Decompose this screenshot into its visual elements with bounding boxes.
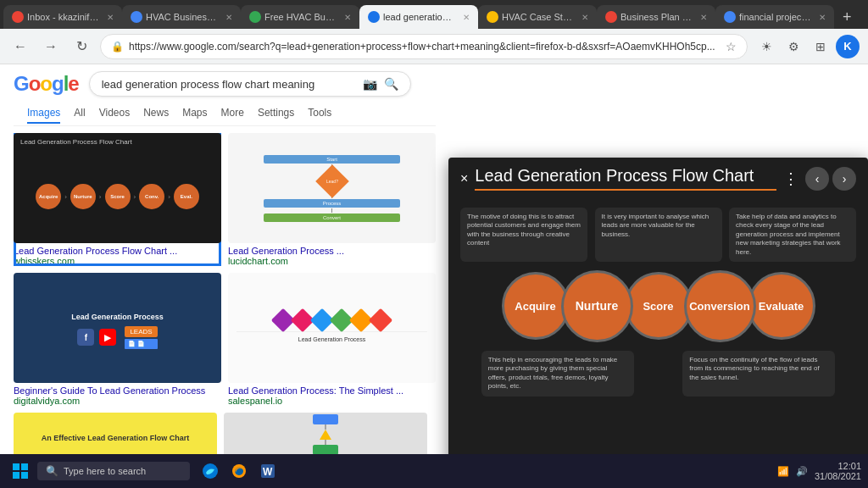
image-card-2[interactable]: Start Lead? Process Convert Lead Generat… [228,133,436,266]
user-avatar[interactable]: K [836,35,860,58]
modal-next-button[interactable]: › [832,167,856,191]
tab-bar: Inbox - kkazinif@g... ✕ HVAC Business Pl… [0,0,868,29]
tab-new[interactable]: + [834,5,860,29]
image-thumb-3: Lead Generation Process f ▶ LEADS 📄📄 [14,273,221,383]
modal-header: × Lead Generation Process Flow Chart ⋮ ‹… [448,158,868,199]
taskbar-volume-icon: 🔊 [796,466,808,477]
circle-conversion: Conv. [139,184,164,209]
text-box-encourage: This help in encouraging the leads to ma… [481,351,634,396]
circle-evaluate-main: Evaluate [748,272,815,340]
tab-settings[interactable]: Settings [258,103,294,124]
modal-nav-buttons: ‹ › [805,167,856,191]
taskbar-app-edge[interactable] [197,458,224,485]
tab-close[interactable]: ✕ [819,13,826,22]
start-button[interactable] [7,458,34,485]
modal-close-button[interactable]: × [460,171,468,186]
reload-button[interactable]: ↻ [70,35,93,58]
taskbar-date-display: 31/08/2021 [815,471,861,481]
search-icon-taskbar: 🔍 [46,465,58,477]
tab-videos[interactable]: Videos [99,103,130,124]
tab-close[interactable]: ✕ [225,13,232,22]
text-boxes-bottom: This help in encouraging the leads to ma… [460,351,856,396]
image-label-3: Beginner's Guide To Lead Generation Proc… [14,385,221,396]
address-text: https://www.google.com/search?q=lead+gen… [129,41,721,53]
image-label-2: Lead Generation Process ... [228,246,436,256]
image-card-1[interactable]: Lead Generation Process Flow Chart Acqui… [14,133,221,266]
taskbar-app-word[interactable]: W [254,458,281,485]
image-source-3: digitalvidya.com [14,396,221,406]
sun-icon[interactable]: ☀ [754,35,778,58]
flow-chart-content: The motive of doing this is to attract p… [448,199,868,487]
star-icon[interactable]: ☆ [726,40,737,53]
windows-logo [12,463,29,480]
tab-hvac-case[interactable]: HVAC Case Study: l... ✕ [478,5,597,29]
tab-lead-gen[interactable]: lead generation pro... ✕ [359,5,478,29]
tab-favicon [249,11,261,23]
tab-favicon [368,11,380,23]
settings-icon[interactable]: ⚙ [782,35,805,58]
circle-nurture-main: Nurture [561,270,633,342]
tab-news[interactable]: News [143,103,169,124]
leads-badge: LEADS [125,326,157,337]
tab-inbox[interactable]: Inbox - kkazinif@g... ✕ [3,5,122,29]
taskbar-search-box[interactable]: 🔍 Type here to search [37,462,190,480]
grid-icon[interactable]: ⊞ [809,35,832,58]
tab-label: lead generation pro... [383,12,456,22]
svg-marker-2 [320,430,331,440]
svg-rect-7 [13,463,19,470]
tab-favicon [12,11,24,23]
taskbar: 🔍 Type here to search W 📶 🔊 [0,454,868,488]
search-tabs: Images All Videos News Maps More Setting… [14,102,436,126]
image-source-4: salespanel.io [228,396,436,406]
nav-bar: ← → ↻ 🔒 https://www.google.com/search?q=… [0,29,868,64]
tab-biz-plan[interactable]: Business Plan for a... ✕ [597,5,715,29]
tab-images[interactable]: Images [27,103,60,124]
circle-acquire-main: Acquire [502,272,570,340]
svg-rect-0 [313,414,338,424]
tab-hvac[interactable]: HVAC Business Pla... ✕ [122,5,241,29]
card4-subtitle: Lead Generation Process [297,335,367,344]
circle-nurture: Nurture [70,184,96,209]
taskbar-app-firefox[interactable] [225,458,253,485]
modal-title: Lead Generation Process Flow Chart [475,166,776,191]
facebook-icon: f [77,329,94,346]
red-diamond [369,308,392,332]
image-thumb-4: Lead Generation Process [228,273,436,383]
taskbar-time-display: 12:01 [815,461,861,471]
youtube-icon: ▶ [99,329,116,346]
address-bar[interactable]: 🔒 https://www.google.com/search?q=lead+g… [100,34,748,59]
back-button[interactable]: ← [8,35,32,58]
search-box[interactable]: lead generation process flow chart meani… [89,71,411,97]
img1-title: Lead Generation Process Flow Chart [20,138,132,146]
tab-free-hvac[interactable]: Free HVAC Busines... ✕ [241,5,359,29]
image-card-3[interactable]: Lead Generation Process f ▶ LEADS 📄📄 [14,273,221,406]
tab-close[interactable]: ✕ [463,13,470,22]
image-source-1: whisskers.com [14,256,221,266]
tab-all[interactable]: All [74,103,85,124]
image-card-4[interactable]: Lead Generation Process Lead Generation … [228,273,436,406]
search-camera-icon[interactable]: 📷 [363,77,377,91]
tab-close[interactable]: ✕ [107,13,114,22]
tab-financial[interactable]: financial projection ... ✕ [715,5,834,29]
modal-more-button[interactable]: ⋮ [783,169,798,188]
tab-more[interactable]: More [221,103,244,124]
image-label-4: Lead Generation Process: The Simplest ..… [228,385,436,396]
tab-tools[interactable]: Tools [308,103,331,124]
search-results-panel: Google lead generation process flow char… [0,64,449,488]
tab-maps[interactable]: Maps [182,103,207,124]
search-icon[interactable]: 🔍 [384,77,398,91]
forward-button[interactable]: → [39,35,63,58]
svg-rect-8 [21,463,28,470]
image-thumb-1: Lead Generation Process Flow Chart Acqui… [14,133,221,243]
circle-acquire: Acquire [36,184,61,209]
modal-prev-button[interactable]: ‹ [805,167,829,191]
tab-close[interactable]: ✕ [700,13,707,22]
tab-favicon [487,11,498,23]
tab-close[interactable]: ✕ [344,13,351,22]
content-wrapper: Google lead generation process flow char… [0,64,868,488]
circles-row: Acquire › Nurture › Score › Conv. › Eval… [36,184,199,209]
text-box-continuity: Focus on the continuity of the flow of l… [682,351,835,396]
tab-close[interactable]: ✕ [581,13,588,22]
tab-label: Business Plan for a... [620,12,693,22]
diamond-icon: Lead? [315,164,349,198]
